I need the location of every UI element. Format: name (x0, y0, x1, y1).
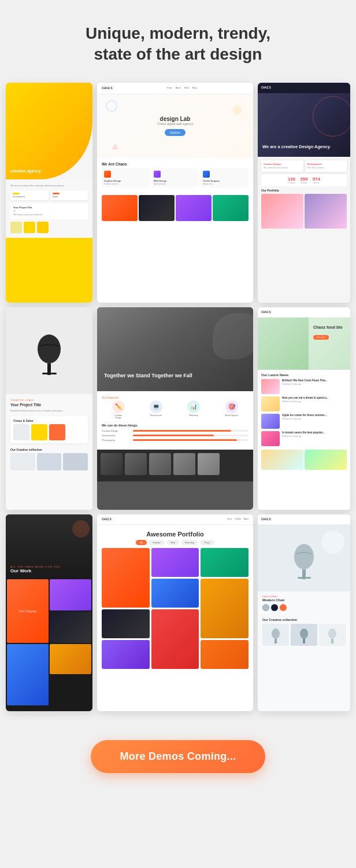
svg-point-0 (38, 334, 61, 363)
more-demos-button[interactable]: More Demos Coming... (91, 740, 265, 773)
cta-section: More Demos Coming... (91, 740, 265, 773)
svg-rect-3 (51, 373, 57, 374)
bar3-label: Photography (102, 439, 131, 442)
demo-card-design-lab[interactable]: CHAZ.S Home About Work Blog design Lab (97, 83, 253, 303)
demos-grid: creative agency We are an independent st… (6, 83, 350, 711)
chair-label: creative chair (10, 399, 88, 402)
collection-title: Our Creative collection (262, 618, 346, 621)
our-work-title: Our Work (10, 568, 88, 573)
ecommerce-chair-icon (291, 535, 317, 581)
svg-point-8 (272, 628, 280, 639)
demo-card-dark-agency[interactable]: CHAZ.S We are a creative Design Agency C… (258, 83, 350, 303)
svg-rect-9 (275, 639, 277, 643)
page-wrapper: Unique, modern, trendy, state of the art… (0, 0, 356, 808)
we-are-chaos: We Are Chaos (102, 162, 249, 166)
awesome-portfolio-title: Awesome Portfolio (102, 531, 249, 538)
svg-point-10 (300, 628, 308, 639)
dark-agency-title: We are a creative Design Agency (262, 144, 330, 150)
svg-point-12 (328, 628, 336, 639)
demo-card-chair-product[interactable]: creative chair Your Project Title Beauti… (6, 307, 92, 510)
svg-rect-11 (303, 639, 305, 643)
bar1-label: Creative Design (102, 429, 131, 432)
svg-rect-6 (298, 577, 303, 579)
together-title: Together we Stand Together we Fall (104, 373, 192, 380)
stat2: 350 (300, 176, 307, 182)
ecommerce-brand: Chaoz & Sales (262, 595, 346, 598)
agency-title: creative agency (10, 168, 88, 174)
svg-point-4 (294, 544, 314, 569)
svg-rect-7 (306, 577, 311, 579)
svg-rect-13 (331, 639, 333, 643)
demo-card-chair-ecommerce[interactable]: CHAZ.S Chaoz & Sales Modern (258, 514, 350, 711)
food-title: Chaoz food blo (313, 325, 346, 330)
demo-card-food-blog[interactable]: CHAZ.S Chaoz food blo See more Our Lates… (258, 307, 350, 510)
svg-rect-2 (42, 373, 48, 374)
stat1: 126 (288, 176, 295, 182)
demo-card-awesome-portfolio[interactable]: CHAZ.S Home Portfolio About Awesome Port… (97, 514, 253, 711)
design-lab-title: design Lab (160, 116, 191, 122)
we-can-text: We can do these things. (102, 424, 249, 427)
design-lab-subtitle: Chaos digital web agency (157, 122, 194, 126)
demo-card-features[interactable]: Together we Stand Together we Fall Our F… (97, 307, 253, 510)
main-headline: Unique, modern, trendy, state of the art… (86, 23, 270, 65)
chair-product-title: Your Project Title (10, 403, 88, 407)
demo-card-creative-agency[interactable]: creative agency We are an independent st… (6, 83, 92, 303)
bar2-label: Development (102, 434, 131, 437)
news-section-title: Our Latest News (261, 373, 347, 377)
agency-desc: We are an independent strategic advertis… (10, 184, 88, 187)
stat3: 574 (313, 176, 320, 182)
demo-card-our-work[interactable]: ALL THE HARD WORK FOR YOU Our Work Sofa … (6, 514, 92, 711)
features-label: Our Features (102, 396, 249, 399)
chair-icon (34, 323, 65, 378)
